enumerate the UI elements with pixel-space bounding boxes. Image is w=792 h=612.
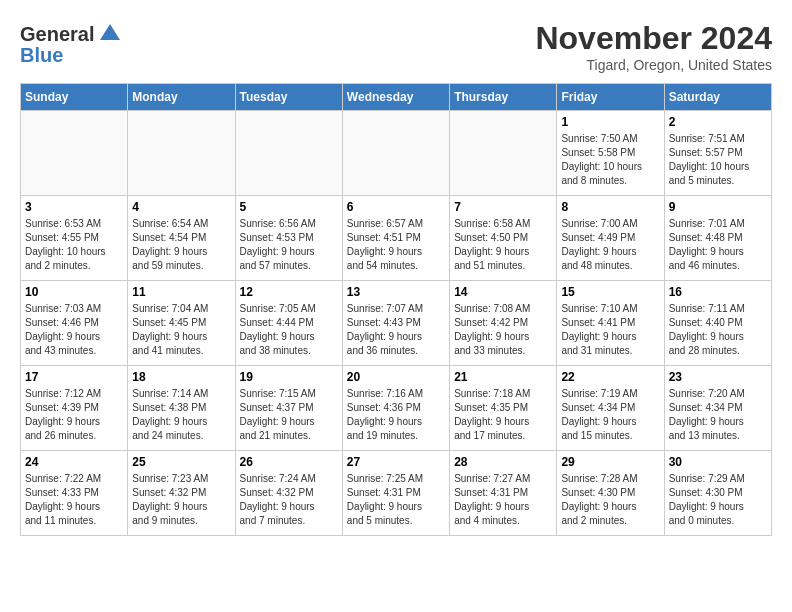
day-number: 30 [669,455,767,469]
month-title: November 2024 [535,20,772,57]
day-info: Sunrise: 7:23 AMSunset: 4:32 PMDaylight:… [132,472,230,528]
day-info: Sunrise: 6:53 AMSunset: 4:55 PMDaylight:… [25,217,123,273]
calendar-cell [450,111,557,196]
day-info: Sunrise: 6:58 AMSunset: 4:50 PMDaylight:… [454,217,552,273]
day-number: 7 [454,200,552,214]
day-info: Sunrise: 7:12 AMSunset: 4:39 PMDaylight:… [25,387,123,443]
weekday-header-monday: Monday [128,84,235,111]
calendar-cell: 20Sunrise: 7:16 AMSunset: 4:36 PMDayligh… [342,366,449,451]
day-number: 26 [240,455,338,469]
weekday-header-thursday: Thursday [450,84,557,111]
calendar-cell: 24Sunrise: 7:22 AMSunset: 4:33 PMDayligh… [21,451,128,536]
week-row-5: 24Sunrise: 7:22 AMSunset: 4:33 PMDayligh… [21,451,772,536]
calendar-cell: 21Sunrise: 7:18 AMSunset: 4:35 PMDayligh… [450,366,557,451]
day-info: Sunrise: 6:56 AMSunset: 4:53 PMDaylight:… [240,217,338,273]
day-info: Sunrise: 7:07 AMSunset: 4:43 PMDaylight:… [347,302,445,358]
calendar-cell: 22Sunrise: 7:19 AMSunset: 4:34 PMDayligh… [557,366,664,451]
day-info: Sunrise: 7:05 AMSunset: 4:44 PMDaylight:… [240,302,338,358]
calendar-cell: 28Sunrise: 7:27 AMSunset: 4:31 PMDayligh… [450,451,557,536]
week-row-4: 17Sunrise: 7:12 AMSunset: 4:39 PMDayligh… [21,366,772,451]
day-number: 29 [561,455,659,469]
day-number: 9 [669,200,767,214]
calendar-cell: 17Sunrise: 7:12 AMSunset: 4:39 PMDayligh… [21,366,128,451]
day-number: 16 [669,285,767,299]
day-info: Sunrise: 7:20 AMSunset: 4:34 PMDaylight:… [669,387,767,443]
day-info: Sunrise: 7:22 AMSunset: 4:33 PMDaylight:… [25,472,123,528]
day-number: 11 [132,285,230,299]
day-info: Sunrise: 7:29 AMSunset: 4:30 PMDaylight:… [669,472,767,528]
calendar-cell: 10Sunrise: 7:03 AMSunset: 4:46 PMDayligh… [21,281,128,366]
calendar-cell: 30Sunrise: 7:29 AMSunset: 4:30 PMDayligh… [664,451,771,536]
calendar-cell: 11Sunrise: 7:04 AMSunset: 4:45 PMDayligh… [128,281,235,366]
day-info: Sunrise: 7:50 AMSunset: 5:58 PMDaylight:… [561,132,659,188]
logo-text-blue: Blue [20,44,63,66]
calendar-cell: 18Sunrise: 7:14 AMSunset: 4:38 PMDayligh… [128,366,235,451]
week-row-3: 10Sunrise: 7:03 AMSunset: 4:46 PMDayligh… [21,281,772,366]
weekday-header-tuesday: Tuesday [235,84,342,111]
calendar-cell: 14Sunrise: 7:08 AMSunset: 4:42 PMDayligh… [450,281,557,366]
week-row-2: 3Sunrise: 6:53 AMSunset: 4:55 PMDaylight… [21,196,772,281]
day-info: Sunrise: 7:16 AMSunset: 4:36 PMDaylight:… [347,387,445,443]
day-number: 27 [347,455,445,469]
day-number: 8 [561,200,659,214]
day-info: Sunrise: 7:04 AMSunset: 4:45 PMDaylight:… [132,302,230,358]
calendar-cell: 8Sunrise: 7:00 AMSunset: 4:49 PMDaylight… [557,196,664,281]
day-info: Sunrise: 7:24 AMSunset: 4:32 PMDaylight:… [240,472,338,528]
logo: General Blue [20,20,124,66]
day-info: Sunrise: 6:57 AMSunset: 4:51 PMDaylight:… [347,217,445,273]
calendar-cell: 5Sunrise: 6:56 AMSunset: 4:53 PMDaylight… [235,196,342,281]
calendar-cell: 27Sunrise: 7:25 AMSunset: 4:31 PMDayligh… [342,451,449,536]
calendar-cell: 6Sunrise: 6:57 AMSunset: 4:51 PMDaylight… [342,196,449,281]
calendar-cell [342,111,449,196]
day-info: Sunrise: 7:15 AMSunset: 4:37 PMDaylight:… [240,387,338,443]
day-number: 24 [25,455,123,469]
calendar: SundayMondayTuesdayWednesdayThursdayFrid… [20,83,772,536]
day-number: 10 [25,285,123,299]
day-number: 20 [347,370,445,384]
header: General Blue November 2024 Tigard, Orego… [20,20,772,73]
day-number: 25 [132,455,230,469]
day-number: 21 [454,370,552,384]
calendar-cell: 2Sunrise: 7:51 AMSunset: 5:57 PMDaylight… [664,111,771,196]
day-number: 19 [240,370,338,384]
day-number: 18 [132,370,230,384]
day-info: Sunrise: 7:25 AMSunset: 4:31 PMDaylight:… [347,472,445,528]
calendar-cell: 15Sunrise: 7:10 AMSunset: 4:41 PMDayligh… [557,281,664,366]
logo-icon [96,20,124,48]
day-number: 14 [454,285,552,299]
day-number: 5 [240,200,338,214]
day-number: 23 [669,370,767,384]
day-number: 4 [132,200,230,214]
title-area: November 2024 Tigard, Oregon, United Sta… [535,20,772,73]
calendar-cell: 23Sunrise: 7:20 AMSunset: 4:34 PMDayligh… [664,366,771,451]
location: Tigard, Oregon, United States [535,57,772,73]
calendar-cell: 25Sunrise: 7:23 AMSunset: 4:32 PMDayligh… [128,451,235,536]
weekday-header-sunday: Sunday [21,84,128,111]
calendar-cell: 12Sunrise: 7:05 AMSunset: 4:44 PMDayligh… [235,281,342,366]
day-number: 17 [25,370,123,384]
weekday-header-wednesday: Wednesday [342,84,449,111]
logo-text-general: General [20,23,94,45]
weekday-header-friday: Friday [557,84,664,111]
day-info: Sunrise: 7:28 AMSunset: 4:30 PMDaylight:… [561,472,659,528]
calendar-cell: 16Sunrise: 7:11 AMSunset: 4:40 PMDayligh… [664,281,771,366]
day-info: Sunrise: 7:51 AMSunset: 5:57 PMDaylight:… [669,132,767,188]
calendar-cell: 9Sunrise: 7:01 AMSunset: 4:48 PMDaylight… [664,196,771,281]
calendar-cell: 1Sunrise: 7:50 AMSunset: 5:58 PMDaylight… [557,111,664,196]
day-info: Sunrise: 7:18 AMSunset: 4:35 PMDaylight:… [454,387,552,443]
day-number: 22 [561,370,659,384]
day-info: Sunrise: 7:10 AMSunset: 4:41 PMDaylight:… [561,302,659,358]
day-info: Sunrise: 7:01 AMSunset: 4:48 PMDaylight:… [669,217,767,273]
day-info: Sunrise: 7:08 AMSunset: 4:42 PMDaylight:… [454,302,552,358]
calendar-cell: 19Sunrise: 7:15 AMSunset: 4:37 PMDayligh… [235,366,342,451]
day-info: Sunrise: 7:27 AMSunset: 4:31 PMDaylight:… [454,472,552,528]
calendar-cell: 29Sunrise: 7:28 AMSunset: 4:30 PMDayligh… [557,451,664,536]
svg-marker-0 [100,24,120,40]
day-number: 12 [240,285,338,299]
calendar-cell [128,111,235,196]
calendar-cell [235,111,342,196]
weekday-header-saturday: Saturday [664,84,771,111]
day-number: 1 [561,115,659,129]
calendar-cell: 26Sunrise: 7:24 AMSunset: 4:32 PMDayligh… [235,451,342,536]
day-info: Sunrise: 7:19 AMSunset: 4:34 PMDaylight:… [561,387,659,443]
